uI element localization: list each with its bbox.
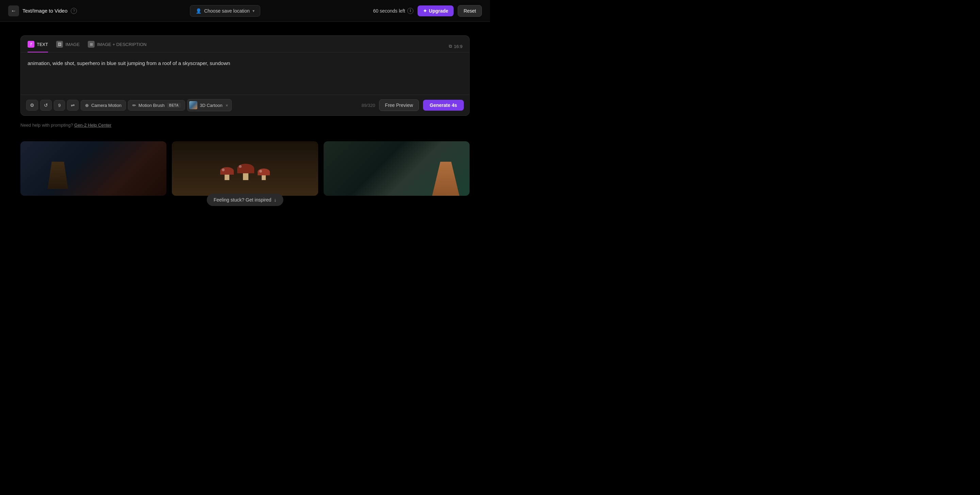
motion-brush-button[interactable]: ✏ Motion Brush BETA: [128, 100, 185, 111]
upgrade-button[interactable]: ✦ Upgrade: [417, 5, 454, 16]
beta-badge: BETA: [167, 103, 181, 108]
settings-button[interactable]: ⚙: [26, 100, 38, 111]
image-desc-tab-icon: ⊞: [88, 41, 95, 48]
tab-image-description-label: IMAGE + DESCRIPTION: [97, 42, 147, 47]
mushroom-cap-3: [258, 169, 270, 175]
tabs: T TEXT 🖼 IMAGE ⊞ IMAGE + DESCRIPTION: [27, 40, 147, 52]
user-icon: 👤: [196, 8, 202, 14]
bottom-section: Feeling stuck? Get inspired ↓: [21, 141, 469, 196]
help-text: Need help with prompting? Gen-2 Help Cen…: [21, 123, 469, 128]
orange-hand: [432, 162, 460, 196]
mushroom-2: [237, 164, 254, 180]
aspect-ratio-value: 16:9: [454, 44, 463, 49]
card-bg-left: [21, 141, 166, 196]
mushroom-cap-1: [220, 167, 234, 175]
seconds-left-text: 60 seconds left: [373, 8, 405, 14]
save-location-label: Choose save location: [204, 8, 250, 14]
prompt-textarea[interactable]: [21, 53, 469, 93]
seconds-left: 60 seconds left ℹ: [373, 8, 413, 14]
free-preview-button[interactable]: Free Preview: [379, 99, 418, 111]
prompt-card: T TEXT 🖼 IMAGE ⊞ IMAGE + DESCRIPTION ⧉ 1…: [21, 35, 469, 116]
generate-button[interactable]: Generate 4s: [423, 100, 464, 111]
help-link[interactable]: Gen-2 Help Center: [74, 123, 111, 128]
tabs-row: T TEXT 🖼 IMAGE ⊞ IMAGE + DESCRIPTION ⧉ 1…: [21, 36, 469, 53]
style-chip[interactable]: 3D Cartoon ×: [187, 99, 232, 111]
inspiration-card-right[interactable]: [324, 141, 469, 196]
chevron-down-icon: ▾: [253, 8, 255, 13]
feeling-stuck-label: Feeling stuck? Get inspired: [214, 197, 272, 202]
undo-icon: ↺: [44, 102, 48, 108]
mushroom-cap-2: [237, 164, 254, 173]
style-avatar: [189, 101, 197, 109]
toolbar-left: ⚙ ↺ 9 ⇌ ⊕ Camera Motion ✏ Motion Brush: [26, 99, 232, 111]
undo-button[interactable]: ↺: [40, 100, 52, 111]
settings-icon: ⚙: [30, 102, 34, 108]
aspect-ratio-selector[interactable]: ⧉ 16:9: [449, 44, 463, 49]
seed-display: 9: [54, 100, 65, 111]
tab-text[interactable]: T TEXT: [27, 41, 48, 53]
copy-icon: ⧉: [449, 44, 452, 49]
header: ← Text/Image to Video ? 👤 Choose save lo…: [0, 0, 490, 22]
camera-motion-label: Camera Motion: [91, 103, 121, 108]
help-prompt-text: Need help with prompting?: [21, 123, 73, 128]
mushroom-3: [258, 169, 270, 180]
main-content: T TEXT 🖼 IMAGE ⊞ IMAGE + DESCRIPTION ⧉ 1…: [0, 22, 490, 196]
mushroom-stem-1: [224, 175, 229, 180]
style-label: 3D Cartoon: [200, 103, 222, 108]
inspiration-card-center[interactable]: [172, 141, 318, 196]
back-button[interactable]: ←: [8, 5, 19, 16]
header-left: ← Text/Image to Video ?: [8, 5, 77, 16]
randomize-button[interactable]: ⇌: [67, 100, 79, 111]
tab-image-label: IMAGE: [65, 42, 80, 47]
mushroom-stem-3: [262, 175, 266, 180]
image-tab-icon: 🖼: [56, 41, 63, 48]
inspiration-card-left[interactable]: [21, 141, 166, 196]
motion-brush-icon: ✏: [132, 103, 136, 108]
seed-value: 9: [58, 103, 60, 108]
mushroom-1: [220, 167, 234, 180]
timer-info-icon[interactable]: ℹ: [407, 8, 414, 14]
header-center: 👤 Choose save location ▾: [190, 5, 260, 17]
upgrade-label: Upgrade: [429, 8, 449, 14]
reset-button[interactable]: Reset: [458, 5, 482, 17]
text-tab-icon: T: [27, 41, 34, 48]
mushroom-stem-2: [243, 173, 248, 180]
close-style-icon[interactable]: ×: [226, 103, 228, 108]
motion-brush-label: Motion Brush: [138, 103, 165, 108]
toolbar-right: 89/320 Free Preview Generate 4s: [362, 99, 464, 111]
card-bg-right: [324, 141, 469, 196]
char-count: 89/320: [362, 103, 375, 108]
arrow-down-icon: ↓: [274, 197, 276, 202]
page-title: Text/Image to Video: [22, 8, 67, 14]
tab-image-description[interactable]: ⊞ IMAGE + DESCRIPTION: [88, 41, 147, 53]
camera-motion-button[interactable]: ⊕ Camera Motion: [81, 100, 126, 111]
card-bg-mid: [172, 141, 318, 196]
camera-motion-icon: ⊕: [85, 103, 89, 108]
tab-image[interactable]: 🖼 IMAGE: [56, 41, 80, 53]
info-icon[interactable]: ?: [71, 8, 77, 14]
header-right: 60 seconds left ℹ ✦ Upgrade Reset: [373, 5, 482, 17]
mushroom-shapes: [220, 164, 270, 180]
save-location-button[interactable]: 👤 Choose save location ▾: [190, 5, 260, 17]
dark-shape: [48, 162, 68, 189]
tab-text-label: TEXT: [37, 42, 48, 47]
upgrade-icon: ✦: [423, 8, 427, 14]
randomize-icon: ⇌: [71, 102, 75, 108]
toolbar-row: ⚙ ↺ 9 ⇌ ⊕ Camera Motion ✏ Motion Brush: [21, 95, 469, 115]
feeling-stuck-banner[interactable]: Feeling stuck? Get inspired ↓: [207, 194, 283, 206]
